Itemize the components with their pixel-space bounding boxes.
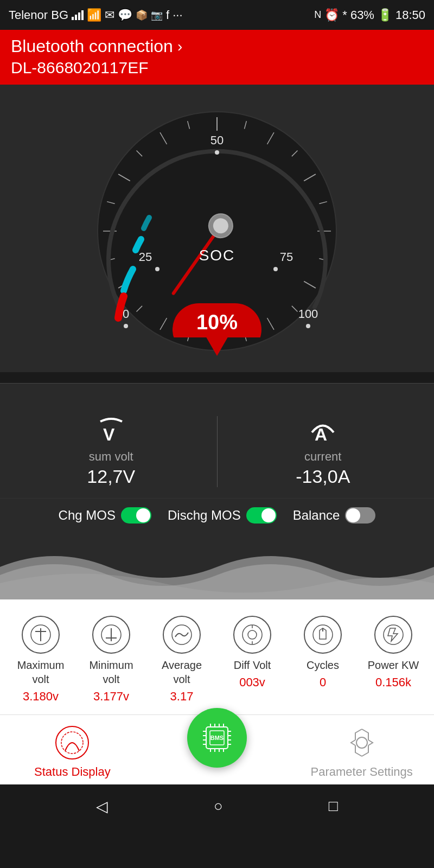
battery-percentage: 63% bbox=[350, 8, 374, 22]
min-volt-icon-circle bbox=[92, 616, 130, 654]
chg-mos-label: Chg MOS bbox=[59, 508, 116, 523]
current-reading: A current -13,0A bbox=[223, 416, 424, 487]
status-display-icon bbox=[53, 724, 91, 762]
clock: 18:50 bbox=[395, 8, 425, 22]
bottom-nav: Status Display bbox=[0, 714, 434, 784]
readings-section: V sum volt 12,7V A current -13,0A bbox=[0, 383, 434, 498]
svg-text:75: 75 bbox=[280, 250, 293, 264]
avg-volt-icon-circle bbox=[163, 616, 201, 654]
chg-mos-toggle-item[interactable]: Chg MOS bbox=[59, 507, 151, 524]
svg-point-34 bbox=[306, 324, 310, 328]
max-volt-label: Maximum volt bbox=[11, 658, 71, 686]
volt-icon: V bbox=[95, 416, 127, 448]
recent-apps-button[interactable]: □ bbox=[329, 797, 338, 815]
soc-label: SOC bbox=[199, 247, 235, 264]
svg-text:100: 100 bbox=[298, 307, 318, 321]
cycles-label: Cycles bbox=[307, 658, 339, 672]
current-value: -13,0A bbox=[296, 466, 350, 487]
stats-grid: Maximum volt 3.180v Minimum volt 3.177v bbox=[5, 610, 429, 709]
svg-text:V: V bbox=[103, 425, 115, 443]
wave-svg bbox=[0, 534, 434, 599]
header-chevron-icon: › bbox=[177, 38, 182, 55]
stats-section: Maximum volt 3.180v Minimum volt 3.177v bbox=[0, 599, 434, 714]
svg-point-48 bbox=[248, 630, 257, 639]
svg-text:25: 25 bbox=[139, 250, 152, 264]
power-kw-label: Power KW bbox=[368, 658, 419, 672]
sum-volt-reading: V sum volt 12,7V bbox=[11, 416, 212, 487]
stat-avg-volt[interactable]: Average volt 3.17 bbox=[146, 616, 217, 704]
status-bar-left: Telenor BG 📶 ✉ 💬 📦 📷 f ··· bbox=[9, 8, 183, 22]
avg-volt-label: Average volt bbox=[152, 658, 212, 686]
parameter-settings-label: Parameter Settings bbox=[311, 765, 413, 779]
messenger-icon: 💬 bbox=[118, 8, 132, 22]
status-bar-right: N ⏰ * 63% 🔋 18:50 bbox=[314, 8, 425, 22]
bms-fab-button[interactable]: BMS bbox=[187, 708, 247, 768]
soc-value-container: 10% bbox=[173, 303, 261, 356]
nav-status-display[interactable]: Status Display bbox=[0, 724, 145, 779]
app-header: Bluetooth connection › DL-8668020117EF bbox=[0, 30, 434, 85]
bluetooth-connection-label: Bluetooth connection bbox=[11, 36, 173, 56]
svg-point-30 bbox=[215, 150, 219, 155]
gauge-container: 0 25 50 75 100 bbox=[87, 101, 347, 361]
sum-volt-label: sum volt bbox=[89, 450, 133, 464]
svg-text:A: A bbox=[315, 425, 327, 443]
carrier-name: Telenor BG bbox=[9, 8, 68, 22]
dischg-mos-switch[interactable] bbox=[246, 507, 277, 524]
svg-point-75 bbox=[356, 737, 367, 748]
status-bar: Telenor BG 📶 ✉ 💬 📦 📷 f ··· N ⏰ * 63% 🔋 1… bbox=[0, 0, 434, 30]
diff-volt-label: Diff Volt bbox=[234, 658, 271, 672]
balance-label: Balance bbox=[293, 508, 340, 523]
max-volt-icon-circle bbox=[22, 616, 60, 654]
svg-point-32 bbox=[273, 267, 278, 271]
instagram-icon: 📷 bbox=[151, 9, 163, 21]
battery-icon: 🔋 bbox=[378, 8, 392, 22]
chg-mos-switch[interactable] bbox=[121, 507, 151, 524]
avg-volt-value: 3.17 bbox=[170, 690, 194, 704]
bluetooth-icon: * bbox=[342, 8, 347, 22]
soc-value-bubble: 10% bbox=[173, 303, 261, 356]
ampere-icon: A bbox=[307, 416, 339, 448]
facebook-icon: f bbox=[166, 8, 169, 22]
svg-text:BMS: BMS bbox=[210, 735, 224, 741]
delivery-icon: 📦 bbox=[136, 9, 148, 21]
status-display-label: Status Display bbox=[34, 765, 111, 779]
diff-volt-value: 003v bbox=[239, 675, 265, 690]
alarm-icon: ⏰ bbox=[324, 8, 339, 22]
min-volt-label: Minimum volt bbox=[81, 658, 141, 686]
stat-cycles[interactable]: Cycles 0 bbox=[288, 616, 358, 690]
signal-bars bbox=[72, 10, 84, 20]
wave-section bbox=[0, 534, 434, 599]
svg-text:50: 50 bbox=[210, 133, 224, 147]
stat-diff-volt[interactable]: Diff Volt 003v bbox=[217, 616, 288, 690]
readings-divider bbox=[217, 416, 218, 487]
stat-max-volt[interactable]: Maximum volt 3.180v bbox=[5, 616, 76, 704]
balance-switch[interactable] bbox=[345, 507, 375, 524]
svg-point-28 bbox=[155, 267, 159, 271]
svg-point-26 bbox=[124, 324, 128, 328]
cycles-icon-circle bbox=[304, 616, 342, 654]
bms-fab-container: BMS bbox=[145, 724, 290, 778]
dischg-mos-toggle-item[interactable]: Dischg MOS bbox=[168, 507, 277, 524]
diff-volt-icon-circle bbox=[233, 616, 271, 654]
cycles-value: 0 bbox=[320, 675, 326, 690]
more-icon: ··· bbox=[173, 8, 182, 22]
gauge-section: 0 25 50 75 100 bbox=[0, 85, 434, 372]
balance-toggle-item[interactable]: Balance bbox=[293, 507, 376, 524]
power-kw-icon-circle bbox=[374, 616, 412, 654]
header-title-row[interactable]: Bluetooth connection › bbox=[11, 36, 423, 56]
android-nav-bar: ◁ ○ □ bbox=[0, 784, 434, 828]
nfc-icon: N bbox=[314, 9, 321, 21]
max-volt-value: 3.180v bbox=[23, 690, 59, 704]
back-button[interactable]: ◁ bbox=[96, 797, 108, 815]
toggle-row: Chg MOS Dischg MOS Balance bbox=[0, 498, 434, 534]
stat-power-kw[interactable]: Power KW 0.156k bbox=[358, 616, 429, 690]
power-kw-value: 0.156k bbox=[375, 675, 411, 690]
nav-parameter-settings[interactable]: Parameter Settings bbox=[289, 724, 434, 779]
email-icon: ✉ bbox=[105, 8, 114, 22]
parameter-settings-icon bbox=[343, 724, 381, 762]
min-volt-value: 3.177v bbox=[93, 690, 129, 704]
home-button[interactable]: ○ bbox=[214, 797, 223, 815]
stat-min-volt[interactable]: Minimum volt 3.177v bbox=[76, 616, 146, 704]
current-label: current bbox=[304, 450, 341, 464]
dischg-mos-label: Dischg MOS bbox=[168, 508, 241, 523]
